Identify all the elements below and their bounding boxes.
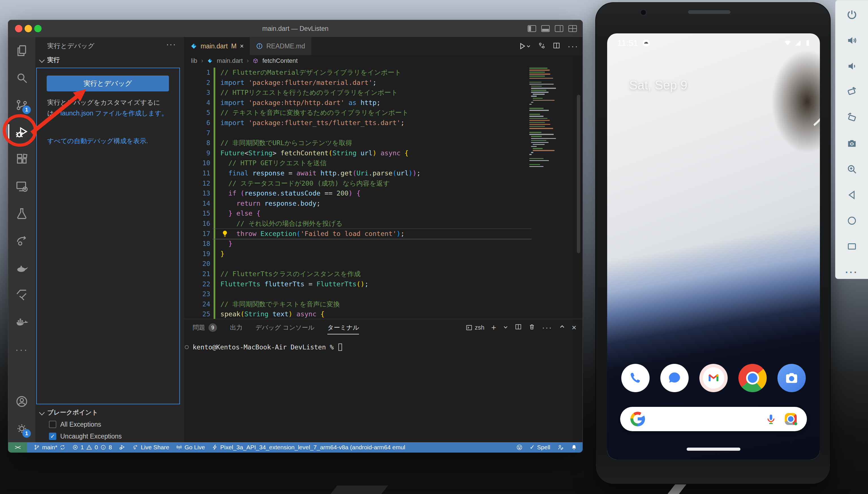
breakpoints-section-header[interactable]: ブレークポイント (40, 408, 98, 417)
panel-more-actions-icon[interactable]: ··· (542, 323, 553, 332)
editor-more-actions-icon[interactable]: ··· (567, 41, 579, 51)
breakpoint-row-uncaught-exceptions[interactable]: ✓Uncaught Exceptions (49, 432, 122, 441)
minimap[interactable] (529, 66, 570, 188)
open-changes-icon[interactable] (538, 42, 545, 50)
back-icon[interactable] (846, 189, 858, 201)
gmail-app-icon[interactable] (699, 364, 728, 392)
checkbox[interactable]: ✓ (49, 433, 56, 440)
close-panel-icon[interactable]: × (572, 323, 576, 332)
camera-app-icon[interactable] (777, 364, 806, 392)
breakpoint-row-all-exceptions[interactable]: All Exceptions (49, 420, 101, 429)
voice-search-mic-icon[interactable] (765, 413, 777, 425)
launch-json-link[interactable]: launch.json ファイルを作成します。 (60, 110, 168, 117)
terminal-prompt[interactable]: kento@Kentos-MacBook-Air DevListen % (193, 343, 342, 351)
testing-icon[interactable] (8, 200, 35, 227)
split-editor-icon[interactable] (553, 42, 560, 50)
code-line[interactable]: 25speak(String text) async { (184, 309, 582, 319)
code-line[interactable]: 3// HTTPリクエストを行うためのライブラリをインポート (184, 88, 582, 98)
spell-checker-item[interactable]: ✓Spell (529, 444, 550, 451)
minimize-window-button[interactable] (25, 25, 32, 32)
google-lens-icon[interactable] (784, 413, 797, 425)
code-line[interactable]: 6import 'package:flutter_tts/flutter_tts… (184, 118, 582, 128)
breadcrumbs[interactable]: lib › main.dart › fetchContent (184, 55, 582, 66)
phone-app-icon[interactable] (621, 364, 650, 392)
volume-up-icon[interactable] (846, 35, 858, 46)
editor-scrollbar[interactable] (577, 95, 580, 253)
code-line[interactable]: 13 if (response.statusCode == 200) { (184, 188, 582, 198)
zoom-window-button[interactable] (34, 25, 42, 32)
maximize-panel-icon[interactable] (559, 324, 565, 331)
problems-summary[interactable]: 1 0 8 (72, 444, 112, 451)
code-line[interactable]: 16 // それ以外の場合は例外を投げる (184, 219, 582, 229)
volume-down-icon[interactable] (846, 60, 858, 72)
genie-lamp-icon[interactable] (8, 254, 35, 282)
code-line[interactable]: 23 (184, 289, 582, 299)
live-share-icon[interactable] (8, 227, 35, 254)
new-terminal-icon[interactable]: + (491, 323, 496, 332)
code-line[interactable]: 5// テキストを音声に変換するためのライブラリをインポート (184, 108, 582, 118)
notifications-bell-icon[interactable] (571, 444, 577, 451)
code-line[interactable]: 20 (184, 259, 582, 269)
remote-explorer-icon[interactable] (8, 173, 35, 200)
tab-problems[interactable]: 問題9 (193, 319, 217, 336)
code-line[interactable]: 12 // ステータスコードが200 (成功) なら内容を返す (184, 178, 582, 189)
docker-icon[interactable] (8, 309, 35, 336)
git-branch-item[interactable]: main* (34, 444, 65, 451)
run-section-header[interactable]: 実行 (40, 56, 60, 64)
settings-gear-icon[interactable]: 1 (8, 415, 35, 442)
code-line[interactable]: 18 } (184, 239, 582, 249)
code-line[interactable]: 4import 'package:http/http.dart' as http… (184, 98, 582, 108)
more-extensions-icon[interactable]: ··· (8, 336, 35, 363)
code-line[interactable]: 9Future<String> fetchContent(String url)… (184, 148, 582, 158)
flutter-icon[interactable] (8, 282, 35, 309)
go-live-item[interactable]: Go Live (176, 444, 205, 451)
tab-output[interactable]: 出力 (230, 319, 243, 336)
live-share-item[interactable]: Live Share (132, 444, 169, 451)
emulator-screen[interactable]: 11:51 Sat, Sep 9 (607, 33, 820, 459)
code-line[interactable]: 21// FlutterTtsクラスのインスタンスを作成 (184, 269, 582, 279)
tab-debug-console[interactable]: デバッグ コンソール (255, 319, 314, 336)
remote-indicator[interactable]: >< (8, 442, 27, 452)
code-line[interactable]: 11 final response = await http.get(Uri.p… (184, 168, 582, 178)
customize-layout-icon[interactable] (568, 25, 577, 32)
debug-status-icon[interactable] (119, 444, 126, 451)
source-control-icon[interactable]: 1 (8, 91, 35, 118)
breadcrumb-file[interactable]: main.dart (217, 57, 243, 64)
run-and-debug-button[interactable]: 実行とデバッグ (47, 76, 169, 91)
toggle-panel-icon[interactable] (541, 25, 550, 32)
tab-terminal[interactable]: ターミナル (327, 319, 359, 336)
code-line[interactable]: 7 (184, 128, 582, 138)
zoom-icon[interactable] (846, 163, 858, 175)
overview-icon[interactable] (846, 241, 858, 252)
accounts-icon[interactable] (8, 388, 35, 415)
breadcrumb-symbol[interactable]: fetchContent (262, 57, 297, 64)
google-search-bar[interactable] (620, 407, 807, 431)
feedback-icon[interactable] (557, 444, 564, 451)
code-line[interactable]: 15 } else { (184, 209, 582, 219)
messages-app-icon[interactable] (660, 364, 689, 392)
code-line[interactable]: 10 // HTTP GETリクエストを送信 (184, 158, 582, 168)
screenshot-camera-icon[interactable] (846, 137, 858, 149)
title-bar[interactable]: main.dart — DevListen (8, 20, 582, 37)
toggle-sidebar-icon[interactable] (528, 25, 536, 32)
toolbar-more-icon[interactable]: ··· (846, 266, 858, 278)
tab-readme-md[interactable]: README.md (250, 37, 311, 55)
rotate-left-icon[interactable] (846, 86, 858, 98)
code-line[interactable]: 2import 'package:flutter/material.dart'; (184, 78, 582, 88)
breadcrumb-folder[interactable]: lib (191, 57, 197, 64)
terminal-shell-selector[interactable]: zsh (466, 324, 484, 331)
rotate-right-icon[interactable] (846, 112, 858, 124)
run-and-debug-icon[interactable] (8, 118, 35, 146)
code-line[interactable]: 24// 非同期関数でテキストを音声に変換 (184, 299, 582, 309)
code-line[interactable]: 19} (184, 249, 582, 259)
code-editor[interactable]: 1// FlutterのMaterialデザインライブラリをインポート2impo… (184, 66, 582, 319)
code-line[interactable]: 22FlutterTts flutterTts = FlutterTts(); (184, 279, 582, 289)
show-all-debug-configs-link[interactable]: すべての自動デバッグ構成を表示. (47, 137, 148, 146)
checkbox[interactable] (49, 421, 56, 428)
extension-face-icon[interactable] (516, 444, 523, 451)
lightbulb-icon[interactable] (221, 230, 229, 238)
navigation-handle[interactable] (687, 448, 740, 451)
code-line[interactable]: 8// 非同期関数でURLからコンテンツを取得 (184, 138, 582, 148)
tab-main-dart[interactable]: main.dart M × (184, 37, 250, 55)
sidebar-more-actions-icon[interactable]: ··· (166, 39, 176, 49)
